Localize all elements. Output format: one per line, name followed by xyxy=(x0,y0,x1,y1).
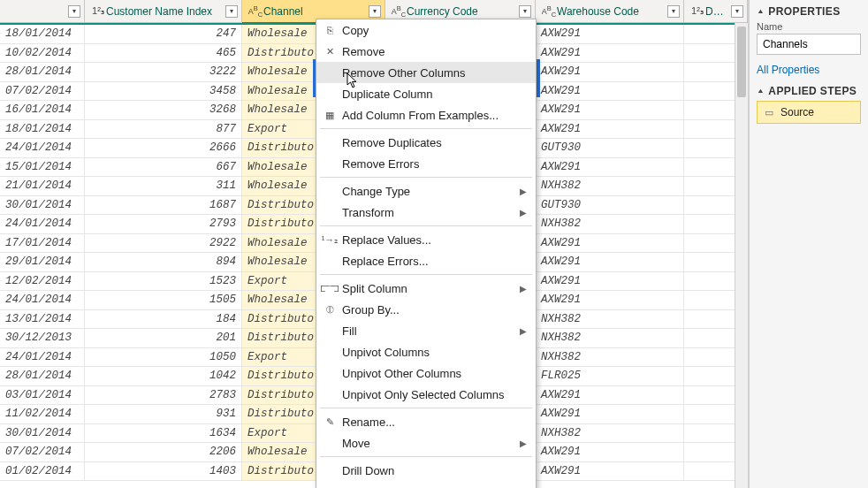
table-cell[interactable]: 29/01/2014 xyxy=(0,253,85,271)
table-cell[interactable]: NXH382 xyxy=(536,329,684,347)
scrollbar-thumb[interactable] xyxy=(737,27,746,97)
table-cell[interactable]: 28/01/2014 xyxy=(0,63,85,81)
table-cell[interactable]: 311 xyxy=(85,177,242,195)
table-cell[interactable]: 3268 xyxy=(85,101,242,119)
column-header[interactable]: ABCWarehouse Code▾ xyxy=(536,0,684,22)
applied-step[interactable]: ▭Source xyxy=(757,101,861,124)
table-cell[interactable]: 30/01/2014 xyxy=(0,196,85,215)
context-menu-item[interactable]: ⎘Copy xyxy=(316,19,536,41)
table-cell[interactable]: NXH382 xyxy=(536,424,684,443)
table-cell[interactable]: 24/01/2014 xyxy=(0,291,85,309)
table-cell[interactable]: AXW291 xyxy=(536,82,684,101)
context-menu-item[interactable]: Drill Down xyxy=(316,460,536,481)
table-cell[interactable]: 24/01/2014 xyxy=(0,215,85,233)
context-menu-item[interactable]: ⫍⫎Split Column▶ xyxy=(316,278,536,299)
table-cell[interactable]: 07/02/2014 xyxy=(0,82,85,101)
table-cell[interactable]: 201 xyxy=(85,329,242,347)
table-cell[interactable]: AXW291 xyxy=(536,443,684,461)
column-filter-dropdown[interactable]: ▾ xyxy=(225,5,238,18)
table-cell[interactable]: 24/01/2014 xyxy=(0,348,85,367)
table-cell[interactable]: 465 xyxy=(85,44,242,63)
table-cell[interactable]: AXW291 xyxy=(536,44,684,63)
table-cell[interactable]: 2922 xyxy=(85,234,242,253)
table-cell[interactable]: AXW291 xyxy=(536,234,684,253)
table-cell[interactable]: AXW291 xyxy=(536,462,684,481)
context-menu-item[interactable]: Change Type▶ xyxy=(316,180,536,202)
table-cell[interactable]: AXW291 xyxy=(536,158,684,177)
table-cell[interactable]: 1687 xyxy=(85,196,242,215)
table-cell[interactable]: 2793 xyxy=(85,215,242,233)
table-cell[interactable]: 18/01/2014 xyxy=(0,120,85,139)
context-menu-item[interactable]: Unpivot Columns xyxy=(316,341,536,362)
column-header[interactable]: 1²₃Customer Name Index▾ xyxy=(85,0,242,22)
table-cell[interactable]: 1523 xyxy=(85,272,242,291)
column-filter-dropdown[interactable]: ▾ xyxy=(667,5,680,18)
query-name-input[interactable] xyxy=(757,34,861,55)
table-cell[interactable]: 30/12/2013 xyxy=(0,329,85,347)
table-cell[interactable]: NXH382 xyxy=(536,310,684,329)
context-menu-item[interactable]: ⦷Group By... xyxy=(316,299,536,320)
table-cell[interactable]: 2666 xyxy=(85,139,242,157)
table-cell[interactable]: 07/02/2014 xyxy=(0,443,85,461)
context-menu-item[interactable]: Add as New Query xyxy=(316,481,536,488)
table-cell[interactable]: 13/01/2014 xyxy=(0,310,85,329)
table-cell[interactable]: AXW291 xyxy=(536,272,684,291)
table-cell[interactable]: 24/01/2014 xyxy=(0,139,85,157)
context-menu-item[interactable]: ✕Remove xyxy=(316,41,536,62)
table-cell[interactable]: 667 xyxy=(85,158,242,177)
table-cell[interactable]: 247 xyxy=(85,25,242,43)
table-cell[interactable]: 18/01/2014 xyxy=(0,25,85,43)
vertical-scrollbar[interactable] xyxy=(735,23,748,488)
table-cell[interactable]: AXW291 xyxy=(536,25,684,43)
table-cell[interactable]: NXH382 xyxy=(536,348,684,367)
column-filter-dropdown[interactable]: ▾ xyxy=(369,5,381,18)
table-cell[interactable]: NXH382 xyxy=(536,215,684,233)
context-menu-item[interactable]: Unpivot Other Columns xyxy=(316,362,536,384)
column-filter-dropdown[interactable]: ▾ xyxy=(731,5,743,18)
column-header[interactable]: 1²₃Deliver▾ xyxy=(684,0,748,22)
table-cell[interactable]: AXW291 xyxy=(536,101,684,119)
context-menu-item[interactable]: Remove Duplicates xyxy=(316,132,536,153)
context-menu-item[interactable]: Replace Errors... xyxy=(316,250,536,271)
all-properties-link[interactable]: All Properties xyxy=(757,64,861,76)
context-menu-item[interactable]: Transform▶ xyxy=(316,202,536,223)
table-cell[interactable]: 1505 xyxy=(85,291,242,309)
context-menu-item[interactable]: ✎Rename... xyxy=(316,411,536,432)
table-cell[interactable]: 10/02/2014 xyxy=(0,44,85,63)
table-cell[interactable]: AXW291 xyxy=(536,291,684,309)
table-cell[interactable]: GUT930 xyxy=(536,139,684,157)
table-cell[interactable]: AXW291 xyxy=(536,386,684,405)
column-filter-dropdown[interactable]: ▾ xyxy=(519,5,531,18)
table-cell[interactable]: 894 xyxy=(85,253,242,271)
table-cell[interactable]: 01/02/2014 xyxy=(0,462,85,481)
table-cell[interactable]: 17/01/2014 xyxy=(0,234,85,253)
column-filter-dropdown[interactable]: ▾ xyxy=(68,5,80,18)
table-cell[interactable]: 03/01/2014 xyxy=(0,386,85,405)
table-cell[interactable]: 11/02/2014 xyxy=(0,405,85,423)
table-cell[interactable]: 3458 xyxy=(85,82,242,101)
table-cell[interactable]: 1042 xyxy=(85,367,242,385)
table-cell[interactable]: 2783 xyxy=(85,386,242,405)
table-cell[interactable]: 931 xyxy=(85,405,242,423)
table-cell[interactable]: 12/02/2014 xyxy=(0,272,85,291)
table-cell[interactable]: 1050 xyxy=(85,348,242,367)
table-cell[interactable]: 1403 xyxy=(85,462,242,481)
table-cell[interactable]: FLR025 xyxy=(536,367,684,385)
table-cell[interactable]: 877 xyxy=(85,120,242,139)
context-menu-item[interactable]: ¹→₂Replace Values... xyxy=(316,229,536,250)
table-cell[interactable]: 30/01/2014 xyxy=(0,424,85,443)
table-cell[interactable]: 1634 xyxy=(85,424,242,443)
table-cell[interactable]: AXW291 xyxy=(536,120,684,139)
table-cell[interactable]: AXW291 xyxy=(536,63,684,81)
table-cell[interactable]: 21/01/2014 xyxy=(0,177,85,195)
context-menu-item[interactable]: ▦Add Column From Examples... xyxy=(316,104,536,126)
context-menu-item[interactable]: Move▶ xyxy=(316,432,536,454)
table-cell[interactable]: AXW291 xyxy=(536,405,684,423)
context-menu-item[interactable]: Unpivot Only Selected Columns xyxy=(316,384,536,405)
table-cell[interactable]: GUT930 xyxy=(536,196,684,215)
table-cell[interactable]: 15/01/2014 xyxy=(0,158,85,177)
table-cell[interactable]: 3222 xyxy=(85,63,242,81)
context-menu-item[interactable]: Remove Errors xyxy=(316,153,536,174)
table-cell[interactable]: 28/01/2014 xyxy=(0,367,85,385)
table-cell[interactable]: AXW291 xyxy=(536,253,684,271)
